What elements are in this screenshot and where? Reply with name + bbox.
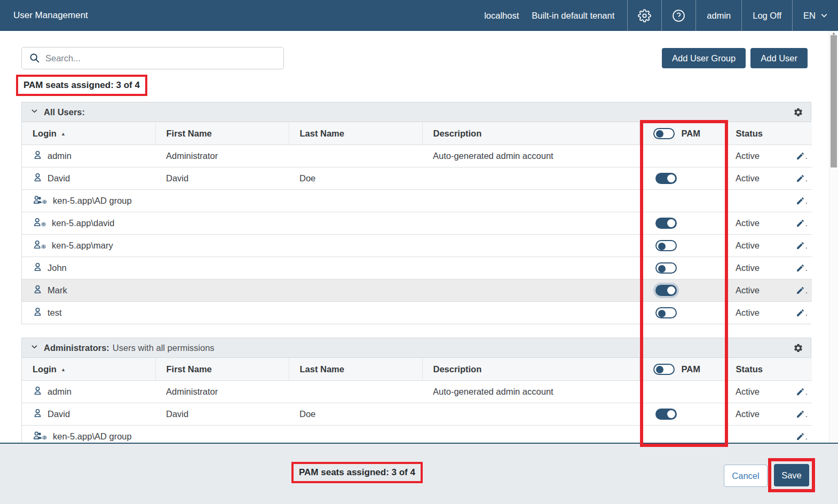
- group-subtitle: Users with all permissions: [113, 343, 215, 353]
- group-title: Administrators:: [44, 343, 109, 353]
- user-icon: [33, 408, 43, 420]
- tenant-selector[interactable]: Built-in default tenant: [525, 0, 627, 31]
- last-name-value: [289, 302, 422, 324]
- help-icon[interactable]: [662, 0, 695, 31]
- edit-user-button[interactable]: .: [796, 387, 808, 396]
- search-input[interactable]: [21, 47, 284, 69]
- user-icon: [33, 284, 43, 297]
- table-row[interactable]: John Active .: [22, 257, 812, 279]
- column-header-description[interactable]: Description: [422, 358, 639, 381]
- login-value: ken-5.app\mary: [52, 241, 113, 251]
- add-user-button[interactable]: Add User: [750, 48, 808, 68]
- nav-username[interactable]: admin: [696, 0, 741, 31]
- table-row[interactable]: ken-5.app\AD group .: [22, 190, 812, 212]
- settings-gear-icon[interactable]: [628, 0, 661, 31]
- pam-seats-banner: PAM seats assigned: 3 of 4: [16, 75, 147, 96]
- status-value: Active: [736, 285, 760, 295]
- table-row[interactable]: admin Administrator Auto-generated admin…: [22, 381, 812, 403]
- first-name-value: David: [155, 167, 289, 190]
- app-title: User Management: [0, 0, 88, 31]
- user-group-table: All Users: Login▲ First Name Last Name D…: [21, 102, 811, 324]
- table-row[interactable]: David David Doe Active .: [22, 167, 812, 190]
- pam-seats-banner-footer: PAM seats assigned: 3 of 4: [291, 462, 423, 483]
- description-value: [422, 302, 639, 324]
- edit-user-button[interactable]: .: [796, 286, 808, 295]
- column-header-first-name[interactable]: First Name: [155, 358, 289, 381]
- last-name-value: [289, 145, 422, 167]
- edit-user-button[interactable]: .: [796, 219, 808, 228]
- description-value: Auto-generated admin account: [422, 145, 639, 167]
- table-row[interactable]: test Active .: [22, 302, 812, 324]
- save-highlight-box: Save: [768, 458, 815, 492]
- pam-toggle[interactable]: [655, 173, 677, 184]
- column-header-status[interactable]: Status: [725, 122, 812, 145]
- group-header[interactable]: All Users:: [22, 102, 811, 122]
- first-name-value: [155, 302, 289, 324]
- sort-ascending-icon: ▲: [61, 131, 66, 137]
- column-header-last-name[interactable]: Last Name: [289, 358, 422, 381]
- column-header-first-name[interactable]: First Name: [155, 122, 289, 145]
- login-value: ken-5.app\AD group: [53, 196, 132, 206]
- group-settings-gear-icon[interactable]: [793, 343, 803, 353]
- first-name-value: [155, 190, 289, 212]
- table-row[interactable]: ken-5.app\david Active .: [22, 212, 812, 235]
- login-value: ken-5.app\david: [52, 218, 114, 228]
- table-row[interactable]: David David Doe Active .: [22, 403, 812, 426]
- column-header-pam: PAM: [682, 129, 700, 139]
- cancel-button[interactable]: Cancel: [724, 465, 768, 487]
- login-value: admin: [48, 151, 72, 161]
- group-header[interactable]: Administrators: Users with all permissio…: [22, 338, 811, 358]
- language-selector[interactable]: EN: [793, 0, 838, 31]
- column-header-last-name[interactable]: Last Name: [289, 122, 422, 145]
- group-globe-icon: [33, 430, 48, 443]
- pam-toggle[interactable]: [655, 307, 677, 318]
- group-title: All Users:: [44, 107, 85, 117]
- users-table: Login▲ First Name Last Name Description …: [22, 122, 812, 324]
- add-user-group-button[interactable]: Add User Group: [662, 48, 746, 68]
- pam-toggle-all[interactable]: [653, 128, 675, 139]
- status-value: Active: [736, 387, 760, 397]
- group-settings-gear-icon[interactable]: [793, 107, 803, 117]
- column-header-description[interactable]: Description: [422, 122, 639, 145]
- last-name-value: [289, 235, 422, 257]
- edit-user-button[interactable]: .: [796, 196, 808, 205]
- table-row[interactable]: admin Administrator Auto-generated admin…: [22, 145, 812, 167]
- edit-user-button[interactable]: .: [796, 432, 808, 441]
- user-globe-icon: [33, 217, 47, 229]
- table-row[interactable]: ken-5.app\AD group .: [22, 426, 812, 443]
- edit-user-button[interactable]: .: [796, 308, 808, 317]
- pam-toggle[interactable]: [655, 240, 677, 251]
- last-name-value: [289, 257, 422, 279]
- user-icon: [33, 172, 43, 185]
- column-header-status[interactable]: Status: [725, 358, 812, 381]
- status-value: Active: [736, 151, 760, 161]
- logoff-button[interactable]: Log Off: [742, 0, 792, 31]
- table-row[interactable]: Mark Active .: [22, 279, 812, 302]
- edit-user-button[interactable]: .: [796, 241, 808, 250]
- chevron-down-icon: [30, 107, 38, 117]
- edit-user-button[interactable]: .: [796, 174, 808, 183]
- navbar: User Management localhost Built-in defau…: [0, 0, 838, 31]
- description-value: [422, 257, 639, 279]
- scrollbar[interactable]: ▲: [829, 31, 838, 443]
- last-name-value: Doe: [289, 167, 422, 190]
- column-header-pam: PAM: [682, 364, 700, 374]
- edit-user-button[interactable]: .: [796, 151, 808, 161]
- main-content: Add User Group Add User PAM seats assign…: [0, 31, 838, 443]
- pam-toggle[interactable]: [655, 409, 677, 420]
- chevron-down-icon: [820, 11, 828, 20]
- save-button[interactable]: Save: [774, 464, 809, 486]
- pam-toggle[interactable]: [655, 285, 677, 296]
- table-row[interactable]: ken-5.app\mary Active .: [22, 235, 812, 257]
- scrollbar-thumb[interactable]: [831, 35, 837, 167]
- pam-toggle-all[interactable]: [653, 364, 675, 375]
- edit-user-button[interactable]: .: [796, 263, 808, 273]
- login-value: Mark: [48, 285, 67, 295]
- pam-toggle[interactable]: [655, 262, 677, 274]
- login-value: David: [48, 173, 70, 183]
- column-header-login[interactable]: Login▲: [22, 122, 155, 145]
- edit-user-button[interactable]: .: [796, 410, 808, 419]
- description-value: [422, 403, 639, 426]
- column-header-login[interactable]: Login▲: [22, 358, 155, 381]
- pam-toggle[interactable]: [655, 218, 677, 229]
